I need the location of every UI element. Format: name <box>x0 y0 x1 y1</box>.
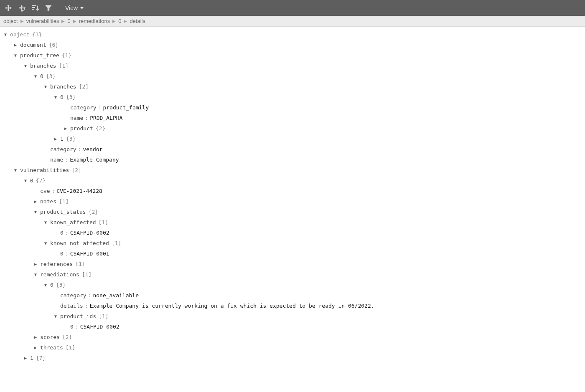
view-label: View <box>65 5 78 11</box>
node-key: name <box>70 113 83 123</box>
disclosure-triangle-icon[interactable]: ▼ <box>43 238 48 248</box>
tree-leaf[interactable]: ▼name:PROD_ALPHA <box>3 113 585 123</box>
disclosure-triangle-icon[interactable]: ▶ <box>33 259 38 269</box>
disclosure-triangle-icon[interactable]: ▶ <box>33 342 38 353</box>
disclosure-triangle-icon[interactable]: ▼ <box>33 207 38 217</box>
node-key: details <box>60 301 83 311</box>
tree-node[interactable]: ▶references[1] <box>3 259 585 269</box>
svg-rect-1 <box>19 8 25 8</box>
tree-node[interactable]: ▶scores[2] <box>3 332 585 342</box>
tree-leaf[interactable]: ▼category:product_family <box>3 102 585 113</box>
node-key: 0 <box>70 321 74 332</box>
tree-node-product-tree[interactable]: ▼product_tree{1} <box>3 50 585 61</box>
colon-separator: : <box>64 228 70 238</box>
disclosure-triangle-icon[interactable]: ▼ <box>33 71 38 81</box>
tree-node[interactable]: ▶1{3} <box>3 134 585 144</box>
tree-node[interactable]: ▼0{3} <box>3 71 585 81</box>
tree-node[interactable]: ▼product_status{2} <box>3 207 585 217</box>
tree-node-vulnerabilities[interactable]: ▼vulnerabilities[2] <box>3 165 585 175</box>
disclosure-triangle-icon[interactable]: ▶ <box>63 123 69 134</box>
tree-leaf[interactable]: ▼0:CSAFPID-0002 <box>3 321 585 332</box>
tree-leaf[interactable]: ▼0:CSAFPID-0002 <box>3 228 585 238</box>
expand-all-icon[interactable] <box>3 3 13 13</box>
disclosure-triangle-icon[interactable]: ▼ <box>53 311 58 321</box>
node-key: vulnerabilities <box>20 165 69 175</box>
toolbar: View <box>0 0 585 16</box>
node-value: Example Company is currently working on … <box>90 301 374 311</box>
disclosure-triangle-icon[interactable]: ▼ <box>13 50 18 61</box>
node-value: CSAFPID-0002 <box>80 321 120 332</box>
breadcrumb-item[interactable]: 0 <box>118 18 121 24</box>
tree-node-branches[interactable]: ▼branches[1] <box>3 61 585 71</box>
disclosure-triangle-icon[interactable]: ▼ <box>43 81 48 92</box>
node-meta: [1] <box>96 217 108 228</box>
tree-node[interactable]: ▼branches[2] <box>3 81 585 92</box>
node-key: product_status <box>40 207 86 217</box>
tree-node[interactable]: ▶threats[1] <box>3 342 585 353</box>
node-key: known_not_affected <box>50 238 109 248</box>
tree-node[interactable]: ▼0{3} <box>3 280 585 290</box>
disclosure-triangle-icon[interactable]: ▼ <box>23 61 28 71</box>
node-meta: {2} <box>93 123 105 134</box>
node-meta: {3} <box>64 92 76 102</box>
node-key: branches <box>30 61 56 71</box>
disclosure-triangle-icon[interactable]: ▼ <box>3 29 8 40</box>
tree-node[interactable]: ▶product{2} <box>3 123 585 134</box>
tree-node[interactable]: ▼product_ids[1] <box>3 311 585 321</box>
sort-icon[interactable] <box>30 3 40 13</box>
tree-node-remediations[interactable]: ▼remediations[1] <box>3 269 585 280</box>
node-value: vendor <box>83 144 102 154</box>
tree-leaf[interactable]: ▼0:CSAFPID-0001 <box>3 248 585 259</box>
node-value: CSAFPID-0002 <box>70 228 109 238</box>
node-meta: [1] <box>56 196 69 207</box>
view-menu-button[interactable]: View <box>61 3 88 13</box>
breadcrumb-item[interactable]: details <box>130 18 145 24</box>
tree-leaf-cve[interactable]: ▼cve:CVE-2021-44228 <box>3 186 585 196</box>
disclosure-triangle-icon[interactable]: ▶ <box>33 332 38 342</box>
tree-node[interactable]: ▼known_affected[1] <box>3 217 585 228</box>
disclosure-triangle-icon[interactable]: ▼ <box>43 217 48 228</box>
tree-node[interactable]: ▼known_not_affected[1] <box>3 238 585 248</box>
node-key: 0 <box>60 228 64 238</box>
node-key: 1 <box>60 134 64 144</box>
tree-leaf[interactable]: ▼category:none_available <box>3 290 585 301</box>
tree-node[interactable]: ▶1{7} <box>3 353 585 363</box>
tree-node-root[interactable]: ▼object{3} <box>3 29 585 40</box>
node-value: CSAFPID-0001 <box>70 248 109 259</box>
disclosure-triangle-icon[interactable]: ▼ <box>53 92 58 102</box>
tree-node[interactable]: ▼0{7} <box>3 175 585 186</box>
disclosure-triangle-icon[interactable]: ▶ <box>33 196 38 207</box>
tree-node-document[interactable]: ▶document{6} <box>3 40 585 50</box>
node-key: 1 <box>30 353 33 363</box>
breadcrumb-item[interactable]: object <box>3 18 18 24</box>
disclosure-triangle-icon[interactable]: ▼ <box>43 280 48 290</box>
disclosure-triangle-icon[interactable]: ▶ <box>53 134 58 144</box>
tree-leaf[interactable]: ▼name:Example Company <box>3 154 585 165</box>
disclosure-triangle-icon[interactable]: ▼ <box>23 175 28 186</box>
colon-separator: : <box>83 113 90 123</box>
node-value: product_family <box>103 102 149 113</box>
collapse-all-icon[interactable] <box>17 3 27 13</box>
chevron-right-icon: ▶ <box>73 19 76 23</box>
node-meta: [1] <box>109 238 121 248</box>
node-meta: [1] <box>56 61 69 71</box>
tree-leaf[interactable]: ▼category:vendor <box>3 144 585 154</box>
node-value: Example Company <box>70 154 119 165</box>
tree-leaf-details[interactable]: ▼details:Example Company is currently wo… <box>3 301 585 311</box>
filter-icon[interactable] <box>43 3 53 13</box>
breadcrumb-item[interactable]: 0 <box>67 18 70 24</box>
colon-separator: : <box>63 154 70 165</box>
disclosure-triangle-icon[interactable]: ▶ <box>23 353 28 363</box>
node-meta: [2] <box>60 332 72 342</box>
tree-node[interactable]: ▶notes[1] <box>3 196 585 207</box>
svg-rect-4 <box>32 9 34 10</box>
node-meta: {3} <box>64 134 76 144</box>
breadcrumb-item[interactable]: remediations <box>79 18 110 24</box>
node-key: 0 <box>30 175 33 186</box>
svg-rect-3 <box>32 7 35 8</box>
disclosure-triangle-icon[interactable]: ▼ <box>13 165 18 175</box>
tree-node[interactable]: ▼0{3} <box>3 92 585 102</box>
disclosure-triangle-icon[interactable]: ▶ <box>13 40 18 50</box>
breadcrumb-item[interactable]: vulnerabilities <box>26 18 59 24</box>
disclosure-triangle-icon[interactable]: ▼ <box>33 269 38 280</box>
